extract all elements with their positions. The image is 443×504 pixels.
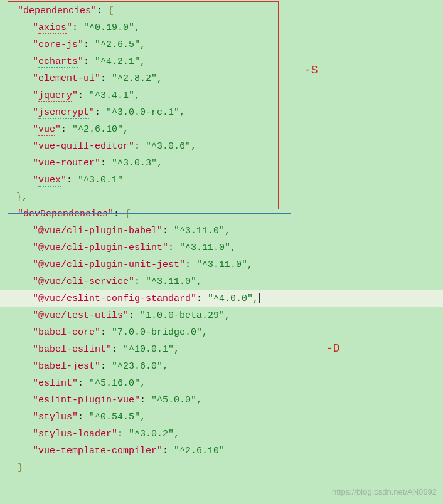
dep-entry: "babel-core": "7.0.0-bridge.0", [15,324,443,341]
dep-entry: "stylus-loader": "^3.0.2", [15,426,443,443]
dep-entry: "jquery": "^3.4.1", [15,87,443,104]
dep-entry: "vue-quill-editor": "^3.0.6", [15,138,443,155]
label-S: -S [304,60,318,80]
deps-open: "dependencies": { [15,3,443,19]
dep-entry: "eslint-plugin-vue": "^5.0.0", [15,392,443,409]
dep-entry: "vue": "^2.6.10", [15,121,443,138]
dep-entry: "@vue/cli-plugin-eslint": "^3.11.0", [15,239,443,256]
dep-entry: "@vue/cli-service": "^3.11.0", [15,273,443,290]
dep-entry: "element-ui": "^2.8.2", [15,70,443,87]
devdeps-open: "devDependencies": { [15,206,443,223]
dep-entry: "vue-template-compiler": "^2.6.10" [15,443,443,459]
dep-entry: "jsencrypt": "^3.0.0-rc.1", [15,104,443,121]
dep-entry: "babel-eslint": "^10.0.1", [15,341,443,358]
dep-entry: "@vue/cli-plugin-unit-jest": "^3.11.0", [15,256,443,273]
dep-entry: "@vue/eslint-config-standard": "^4.0.0", [0,290,443,307]
dep-entry: "core-js": "^2.6.5", [15,36,443,53]
dep-entry: "babel-jest": "^23.6.0", [15,358,443,375]
code-block: "dependencies": { "axios": "^0.19.0","co… [0,0,443,476]
deps-close: }, [15,189,443,206]
dep-entry: "eslint": "^5.16.0", [15,375,443,392]
label-D: -D [326,339,340,359]
watermark: https://blog.csdn.net/AN0692 [332,485,437,499]
dep-entry: "echarts": "^4.2.1", [15,53,443,70]
dep-entry: "@vue/test-utils": "1.0.0-beta.29", [15,307,443,324]
dep-entry: "@vue/cli-plugin-babel": "^3.11.0", [15,223,443,239]
dep-entry: "vue-router": "^3.0.3", [15,155,443,172]
devdeps-close: } [15,459,443,476]
dep-entry: "stylus": "^0.54.5", [15,409,443,426]
dep-entry: "vuex": "^3.0.1" [15,172,443,189]
dep-entry: "axios": "^0.19.0", [15,19,443,36]
